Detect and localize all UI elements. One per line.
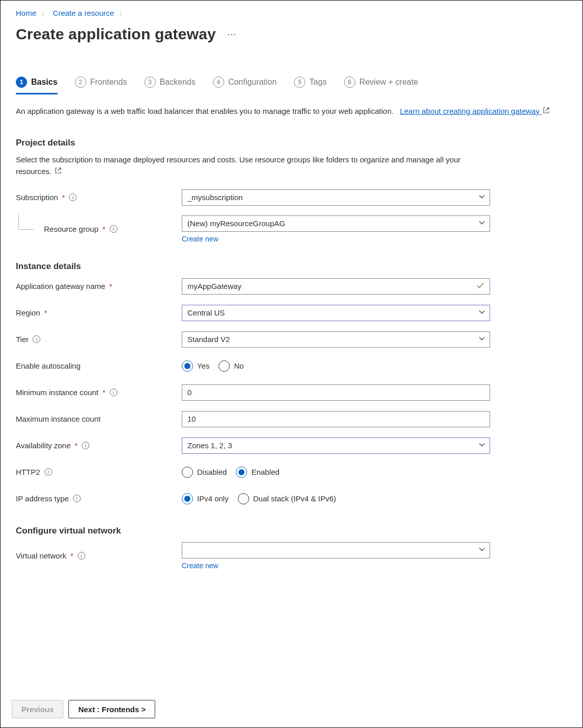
resource-group-select[interactable]: (New) myResourceGroupAG [182, 215, 490, 232]
ip-type-dualstack-radio[interactable]: Dual stack (IPv4 & IPv6) [238, 493, 336, 504]
intro-text: An application gateway is a web traffic … [16, 105, 567, 117]
http2-disabled-radio[interactable]: Disabled [182, 467, 227, 478]
section-title-instance: Instance details [16, 261, 567, 272]
more-icon[interactable]: ⋯ [227, 29, 237, 40]
label-resource-group: Resource group * i [16, 225, 182, 233]
label-max-instances: Maximum instance count [16, 415, 182, 423]
label-availability-zone: Availability zone * i [16, 441, 182, 450]
autoscaling-yes-radio[interactable]: Yes [182, 360, 209, 372]
required-icon: * [75, 441, 78, 450]
select-value: Standard V2 [187, 335, 230, 344]
tab-tags[interactable]: 5 Tags [294, 74, 327, 94]
chevron-down-icon [478, 308, 485, 317]
create-new-vnet-link[interactable]: Create new [182, 562, 218, 570]
wizard-footer: Previous Next : Frontends > [1, 691, 582, 727]
label-subscription: Subscription * i [16, 193, 182, 202]
select-value: _mysubscription [187, 193, 242, 202]
info-icon[interactable]: i [78, 552, 85, 560]
step-badge: 4 [213, 77, 224, 88]
tab-label: Backends [160, 78, 196, 87]
breadcrumb-create-resource[interactable]: Create a resource [53, 9, 114, 17]
info-icon[interactable]: i [110, 389, 117, 396]
input-value: myAppGateway [187, 282, 241, 290]
chevron-down-icon [478, 441, 485, 450]
radio-label: Yes [197, 361, 209, 370]
region-select[interactable]: Central US [182, 305, 490, 321]
breadcrumb-home[interactable]: Home [16, 9, 36, 17]
page-title: Create application gateway [16, 26, 216, 43]
required-icon: * [70, 551, 74, 560]
tree-line-icon [18, 214, 34, 230]
radio-label: Enabled [251, 468, 279, 476]
radio-label: No [234, 361, 244, 370]
previous-button: Previous [12, 700, 63, 718]
learn-more-link[interactable]: Learn about creating application gateway [400, 107, 549, 115]
required-icon: * [62, 193, 65, 202]
input-value: 10 [187, 415, 196, 423]
info-icon[interactable]: i [73, 495, 81, 502]
create-new-resource-group-link[interactable]: Create new [182, 235, 218, 243]
tab-configuration[interactable]: 4 Configuration [213, 74, 277, 94]
radio-label: IPv4 only [197, 494, 229, 503]
label-region: Region * [16, 308, 182, 317]
label-tier: Tier i [16, 335, 182, 344]
tab-label: Frontends [90, 78, 127, 87]
chevron-down-icon [478, 335, 485, 344]
gateway-name-input[interactable]: myAppGateway [182, 278, 490, 295]
subscription-select[interactable]: _mysubscription [182, 189, 490, 206]
radio-label: Disabled [197, 468, 227, 476]
intro-body: An application gateway is a web traffic … [16, 107, 394, 115]
info-icon[interactable]: i [69, 193, 77, 201]
chevron-right-icon: 〉 [116, 10, 129, 17]
label-http2: HTTP2 i [16, 468, 182, 476]
check-icon [476, 281, 484, 291]
availability-zone-select[interactable]: Zones 1, 2, 3 [182, 438, 490, 454]
tab-label: Tags [309, 78, 327, 87]
required-icon: * [109, 282, 112, 290]
info-icon[interactable]: i [33, 335, 40, 343]
tab-basics[interactable]: 1 Basics [16, 74, 58, 94]
section-title-vnet: Configure virtual network [16, 526, 567, 536]
virtual-network-select[interactable] [182, 542, 490, 559]
step-badge: 5 [294, 77, 305, 88]
chevron-down-icon [478, 546, 485, 554]
wizard-tabs: 1 Basics 2 Frontends 3 Backends 4 Config… [16, 74, 567, 95]
label-min-instances: Minimum instance count * i [16, 388, 182, 397]
step-badge: 6 [344, 77, 355, 88]
min-instances-input[interactable]: 0 [182, 384, 490, 401]
tier-select[interactable]: Standard V2 [182, 331, 490, 348]
external-link-icon [55, 165, 61, 177]
tab-label: Review + create [359, 78, 418, 87]
select-value: Zones 1, 2, 3 [187, 441, 232, 450]
tab-frontends[interactable]: 2 Frontends [75, 74, 127, 94]
chevron-down-icon [478, 219, 485, 228]
step-badge: 1 [16, 77, 27, 88]
tab-label: Basics [31, 78, 58, 87]
max-instances-input[interactable]: 10 [182, 411, 490, 427]
autoscaling-no-radio[interactable]: No [218, 360, 244, 372]
info-icon[interactable]: i [110, 225, 117, 233]
label-gateway-name: Application gateway name * [16, 282, 182, 290]
step-badge: 2 [75, 77, 86, 88]
http2-enabled-radio[interactable]: Enabled [236, 467, 279, 478]
info-icon[interactable]: i [82, 442, 89, 449]
ip-type-ipv4-radio[interactable]: IPv4 only [182, 493, 229, 504]
breadcrumb: Home 〉 Create a resource 〉 [16, 6, 567, 26]
required-icon: * [103, 388, 106, 397]
select-value: Central US [187, 308, 225, 317]
input-value: 0 [187, 388, 191, 397]
tab-review-create[interactable]: 6 Review + create [344, 74, 418, 94]
label-virtual-network: Virtual network * i [16, 551, 182, 560]
next-button[interactable]: Next : Frontends > [68, 700, 155, 718]
chevron-down-icon [478, 193, 485, 202]
chevron-right-icon: 〉 [38, 10, 51, 17]
tab-label: Configuration [228, 78, 277, 87]
http2-radio-group: Disabled Enabled [182, 467, 490, 478]
info-icon[interactable]: i [44, 468, 52, 476]
section-title-project: Project details [16, 138, 567, 148]
section-subtitle-project: Select the subscription to manage deploy… [16, 154, 491, 178]
select-value: (New) myResourceGroupAG [187, 219, 285, 228]
external-link-icon [543, 105, 549, 117]
tab-backends[interactable]: 3 Backends [144, 74, 196, 94]
ip-type-radio-group: IPv4 only Dual stack (IPv4 & IPv6) [182, 493, 490, 504]
